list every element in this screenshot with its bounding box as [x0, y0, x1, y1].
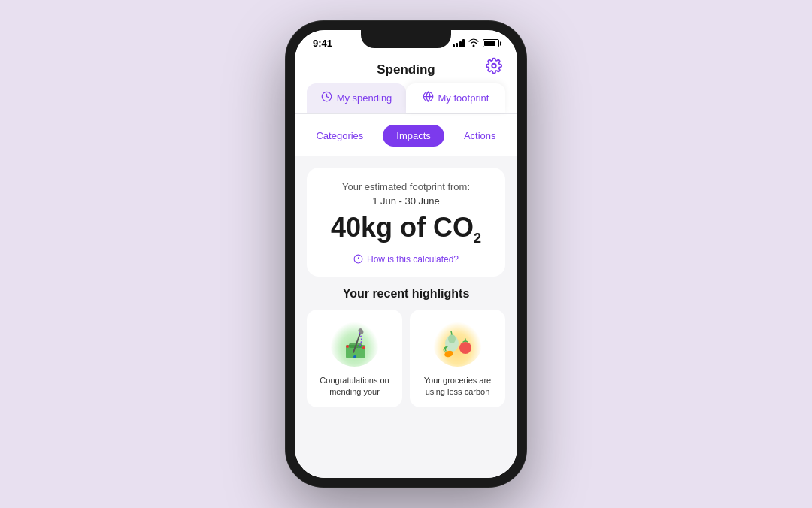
subtab-actions-label: Actions: [464, 130, 496, 141]
highlight-card-groceries: Your groceries are using less carbon: [410, 310, 505, 407]
scroll-area: Your estimated footprint from: 1 Jun - 3…: [295, 156, 517, 478]
phone-notch: [361, 30, 451, 48]
footprint-icon: [423, 91, 434, 104]
subtab-impacts[interactable]: Impacts: [383, 125, 444, 147]
tab-my-footprint[interactable]: My footprint: [406, 83, 505, 113]
sewing-highlight-text: Congratulations on mending your: [314, 375, 395, 398]
app-content: Spending My spe: [295, 52, 517, 478]
how-calculated-link[interactable]: How is this calculated?: [319, 254, 493, 265]
svg-point-11: [346, 345, 349, 348]
svg-line-16: [451, 331, 452, 334]
settings-button[interactable]: [486, 58, 502, 78]
svg-point-17: [459, 342, 471, 354]
battery-icon: [483, 39, 499, 47]
highlights-title: Your recent highlights: [307, 287, 505, 301]
subtab-impacts-label: Impacts: [396, 130, 431, 141]
subtab-actions[interactable]: Actions: [450, 125, 510, 147]
status-time: 9:41: [313, 38, 332, 49]
svg-point-15: [448, 334, 456, 343]
svg-point-13: [353, 355, 356, 358]
spending-icon: [321, 91, 332, 104]
highlight-card-sewing: Congratulations on mending your: [307, 310, 402, 407]
how-calculated-text: How is this calculated?: [367, 254, 459, 265]
footprint-co2-value: 40kg of CO2: [319, 213, 493, 246]
sewing-illustration: [329, 320, 381, 369]
sub-tab-bar: Categories Impacts Actions: [295, 114, 517, 156]
svg-point-10: [357, 328, 364, 335]
main-tab-bar: My spending My footprint: [307, 83, 505, 113]
footprint-from-label: Your estimated footprint from:: [319, 181, 493, 192]
svg-point-0: [492, 64, 496, 68]
grocery-highlight-text: Your groceries are using less carbon: [417, 375, 498, 398]
grocery-illustration: [432, 320, 484, 369]
phone-screen: 9:41: [295, 30, 517, 478]
highlights-grid: Congratulations on mending your: [307, 310, 505, 407]
phone-device: 9:41: [286, 21, 526, 487]
page-title: Spending: [377, 62, 435, 77]
tab-spending-label: My spending: [337, 92, 392, 104]
subtab-categories-label: Categories: [316, 130, 363, 141]
subtab-categories[interactable]: Categories: [302, 125, 377, 147]
tab-my-spending[interactable]: My spending: [307, 83, 406, 113]
status-icons: [453, 38, 500, 48]
svg-point-12: [362, 346, 365, 349]
signal-icon: [453, 39, 465, 47]
footprint-date-range: 1 Jun - 30 June: [319, 195, 493, 207]
footprint-card: Your estimated footprint from: 1 Jun - 3…: [307, 168, 505, 277]
tab-footprint-label: My footprint: [438, 92, 489, 104]
wifi-icon: [468, 38, 479, 48]
app-header: Spending: [295, 52, 517, 83]
